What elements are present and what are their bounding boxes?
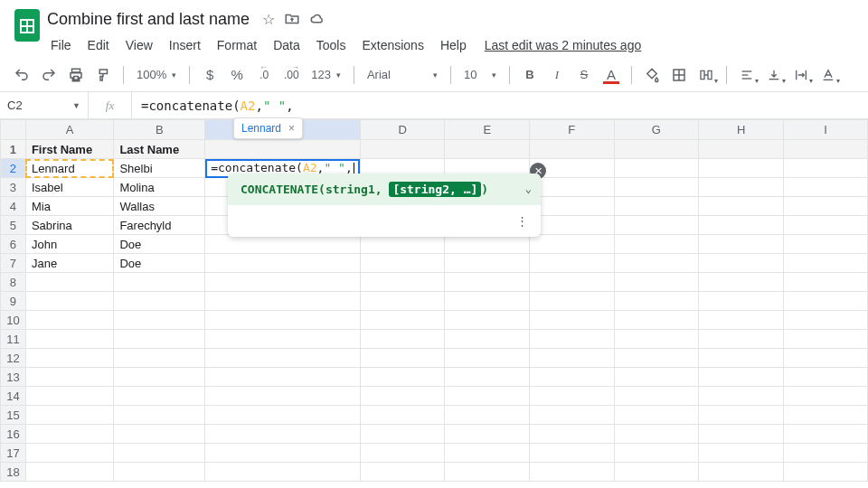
cell[interactable]	[699, 140, 784, 159]
cell[interactable]	[783, 292, 867, 311]
cell[interactable]: Farechyld	[114, 216, 205, 235]
cell[interactable]	[614, 368, 699, 387]
cell[interactable]: Wallas	[114, 197, 205, 216]
row-header[interactable]: 14	[1, 387, 26, 406]
increase-decimal-button[interactable]: .00→	[278, 62, 304, 88]
cell[interactable]	[205, 311, 361, 330]
cell[interactable]	[614, 235, 699, 254]
cell[interactable]	[25, 292, 113, 311]
cell[interactable]	[783, 216, 867, 235]
cell[interactable]	[114, 444, 205, 463]
star-icon[interactable]: ☆	[262, 11, 275, 28]
cell[interactable]: Jane	[25, 254, 113, 273]
borders-button[interactable]	[666, 62, 692, 88]
cell[interactable]: Doe	[114, 235, 205, 254]
cell[interactable]	[699, 216, 784, 235]
menu-view[interactable]: View	[118, 34, 160, 56]
cell[interactable]	[25, 273, 113, 292]
cell[interactable]	[699, 387, 784, 406]
cell[interactable]	[205, 406, 361, 425]
row-header[interactable]: 15	[1, 406, 26, 425]
cell[interactable]	[699, 349, 784, 368]
cell[interactable]	[614, 178, 699, 197]
cell[interactable]	[114, 387, 205, 406]
cell[interactable]	[783, 140, 867, 159]
menu-data[interactable]: Data	[266, 34, 307, 56]
menu-extensions[interactable]: Extensions	[354, 34, 430, 56]
cell[interactable]	[614, 406, 699, 425]
cell[interactable]: First Name	[25, 140, 113, 159]
select-all-corner[interactable]	[1, 120, 26, 140]
formula-input[interactable]: =concatenate(A2," ",	[132, 99, 868, 113]
format-percent-button[interactable]: %	[224, 62, 250, 88]
cell[interactable]	[445, 349, 530, 368]
column-header[interactable]: F	[530, 120, 615, 140]
cell[interactable]	[699, 368, 784, 387]
menu-insert[interactable]: Insert	[162, 34, 208, 56]
cell[interactable]	[205, 140, 361, 159]
cell[interactable]	[445, 311, 530, 330]
cell[interactable]	[25, 311, 113, 330]
row-header[interactable]: 12	[1, 349, 26, 368]
cell[interactable]	[530, 216, 615, 235]
cell[interactable]	[699, 273, 784, 292]
cell[interactable]	[445, 463, 530, 482]
cell[interactable]: Sabrina	[25, 216, 113, 235]
cell[interactable]	[783, 235, 867, 254]
cell[interactable]	[783, 330, 867, 349]
cell[interactable]: Isabel	[25, 178, 113, 197]
cell[interactable]	[25, 444, 113, 463]
cell[interactable]	[205, 349, 361, 368]
cell[interactable]	[360, 311, 445, 330]
row-header[interactable]: 16	[1, 425, 26, 444]
cell[interactable]	[360, 387, 445, 406]
cell[interactable]	[530, 254, 615, 273]
row-header[interactable]: 1	[1, 140, 26, 159]
cell[interactable]	[445, 235, 530, 254]
sheets-logo-icon[interactable]	[11, 5, 43, 49]
cell[interactable]	[614, 140, 699, 159]
cell[interactable]	[783, 444, 867, 463]
merge-cells-button[interactable]	[693, 62, 719, 88]
column-header[interactable]: I	[783, 120, 867, 140]
cell[interactable]	[699, 330, 784, 349]
close-icon[interactable]: ×	[288, 122, 295, 135]
cell[interactable]	[783, 197, 867, 216]
cell[interactable]	[25, 425, 113, 444]
cell[interactable]	[530, 463, 615, 482]
cell[interactable]: Mia	[25, 197, 113, 216]
cell[interactable]	[699, 197, 784, 216]
cell[interactable]	[783, 178, 867, 197]
cell[interactable]	[783, 273, 867, 292]
cell[interactable]: Molina	[114, 178, 205, 197]
decrease-decimal-button[interactable]: .0←	[251, 62, 277, 88]
cell[interactable]	[530, 406, 615, 425]
column-header[interactable]: A	[25, 120, 113, 140]
cell[interactable]	[114, 368, 205, 387]
cell[interactable]	[530, 292, 615, 311]
cell[interactable]	[360, 330, 445, 349]
cell[interactable]	[205, 387, 361, 406]
cell[interactable]	[445, 406, 530, 425]
cell[interactable]	[783, 463, 867, 482]
chevron-down-icon[interactable]: ⌄	[525, 183, 532, 195]
cell[interactable]	[360, 254, 445, 273]
row-header[interactable]: 5	[1, 216, 26, 235]
column-header[interactable]: B	[114, 120, 205, 140]
vertical-align-button[interactable]	[761, 62, 787, 88]
cell[interactable]	[205, 292, 361, 311]
cell[interactable]	[614, 330, 699, 349]
cell[interactable]	[614, 254, 699, 273]
row-header[interactable]: 7	[1, 254, 26, 273]
cell[interactable]	[360, 463, 445, 482]
bold-button[interactable]: B	[517, 62, 542, 88]
row-header[interactable]: 9	[1, 292, 26, 311]
cell[interactable]	[25, 349, 113, 368]
italic-button[interactable]: I	[544, 62, 570, 88]
menu-format[interactable]: Format	[210, 34, 264, 56]
cell[interactable]	[205, 463, 361, 482]
cell[interactable]	[445, 273, 530, 292]
cell[interactable]: Last Name	[114, 140, 205, 159]
cell[interactable]	[205, 330, 361, 349]
cell[interactable]	[614, 292, 699, 311]
